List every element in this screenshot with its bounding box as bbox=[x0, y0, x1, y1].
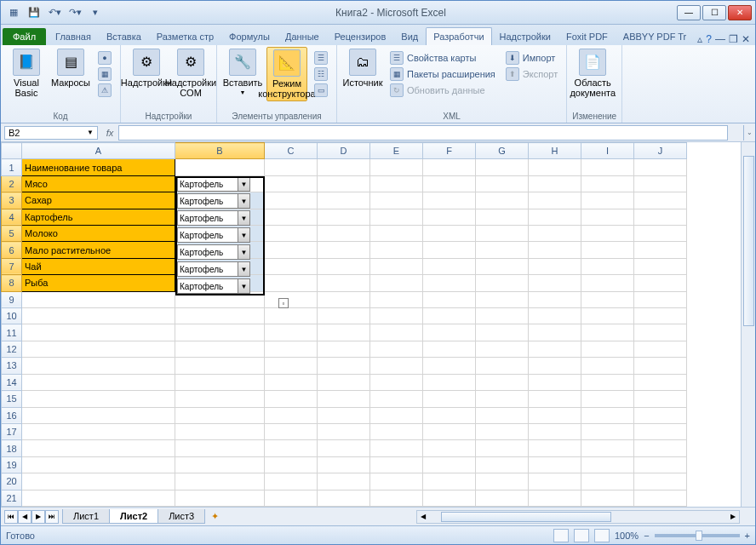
cell-D1[interactable] bbox=[318, 159, 370, 175]
cell-E21[interactable] bbox=[370, 490, 423, 506]
cell-J6[interactable] bbox=[634, 242, 687, 258]
formula-bar[interactable] bbox=[118, 125, 728, 141]
cell-B15[interactable] bbox=[175, 391, 265, 407]
cell-I3[interactable] bbox=[581, 192, 634, 209]
col-header-G[interactable]: G bbox=[476, 143, 529, 159]
dropdown-arrow-icon[interactable]: ▼ bbox=[238, 279, 249, 293]
cell-B19[interactable] bbox=[175, 456, 265, 473]
cell-D9[interactable] bbox=[318, 291, 370, 307]
ribbon-minimize-icon[interactable]: ▵ bbox=[697, 33, 702, 45]
cell-H13[interactable] bbox=[529, 358, 581, 374]
cell-A14[interactable] bbox=[22, 374, 175, 390]
cell-C7[interactable] bbox=[265, 258, 318, 274]
row-header-17[interactable]: 17 bbox=[2, 423, 22, 439]
col-header-D[interactable]: D bbox=[318, 143, 370, 159]
macro-security-button[interactable]: ⚠ bbox=[94, 83, 115, 98]
row-header-18[interactable]: 18 bbox=[2, 440, 22, 456]
cell-H20[interactable] bbox=[529, 473, 581, 490]
combobox-row-7[interactable]: Картофель▼ bbox=[177, 261, 250, 277]
visual-basic-button[interactable]: 📘Visual Basic bbox=[6, 47, 47, 100]
cell-G19[interactable] bbox=[476, 456, 529, 473]
close-button[interactable]: ✕ bbox=[728, 5, 752, 20]
cell-H14[interactable] bbox=[529, 374, 581, 390]
cell-J9[interactable] bbox=[634, 291, 687, 307]
cell-C2[interactable] bbox=[265, 175, 318, 192]
fill-handle-icon[interactable]: ▫ bbox=[278, 298, 289, 308]
cell-C1[interactable] bbox=[265, 159, 318, 175]
cell-E8[interactable] bbox=[370, 275, 423, 291]
cell-F12[interactable] bbox=[423, 341, 476, 357]
cell-C12[interactable] bbox=[265, 341, 318, 357]
cell-H2[interactable] bbox=[529, 175, 581, 192]
cell-J16[interactable] bbox=[634, 407, 687, 423]
cell-A18[interactable] bbox=[22, 440, 175, 456]
cell-H17[interactable] bbox=[529, 423, 581, 439]
run-dialog-button[interactable]: ▭ bbox=[311, 83, 331, 98]
dropdown-arrow-icon[interactable]: ▼ bbox=[238, 228, 249, 242]
cell-H4[interactable] bbox=[529, 209, 581, 225]
cell-G6[interactable] bbox=[476, 242, 529, 258]
cell-G3[interactable] bbox=[476, 192, 529, 209]
cell-J7[interactable] bbox=[634, 258, 687, 274]
com-addins-button[interactable]: ⚙Надстройки COM bbox=[170, 47, 211, 100]
cell-B18[interactable] bbox=[175, 440, 265, 456]
cell-D15[interactable] bbox=[318, 391, 370, 407]
cell-H6[interactable] bbox=[529, 242, 581, 258]
cell-E4[interactable] bbox=[370, 209, 423, 225]
cell-D6[interactable] bbox=[318, 242, 370, 258]
cell-B9[interactable] bbox=[175, 291, 265, 307]
ribbon-tab-9[interactable]: Foxit PDF bbox=[558, 27, 616, 45]
cell-I2[interactable] bbox=[581, 175, 634, 192]
ribbon-tab-3[interactable]: Формулы bbox=[221, 27, 278, 45]
cell-F11[interactable] bbox=[423, 324, 476, 341]
ribbon-tab-8[interactable]: Надстройки bbox=[492, 27, 558, 45]
view-code-button[interactable]: ☷ bbox=[311, 66, 331, 82]
cell-J4[interactable] bbox=[634, 209, 687, 225]
cell-A4[interactable]: Картофель bbox=[22, 209, 175, 225]
cell-E7[interactable] bbox=[370, 258, 423, 274]
dropdown-arrow-icon[interactable]: ▼ bbox=[238, 211, 249, 225]
sheet-nav-last-icon[interactable]: ⏭ bbox=[45, 510, 59, 524]
fx-icon[interactable]: fx bbox=[101, 128, 118, 138]
cell-B11[interactable] bbox=[175, 324, 265, 341]
row-header-3[interactable]: 3 bbox=[2, 192, 22, 209]
cell-J10[interactable] bbox=[634, 308, 687, 324]
cell-I1[interactable] bbox=[581, 159, 634, 175]
cell-A10[interactable] bbox=[22, 308, 175, 324]
cell-F7[interactable] bbox=[423, 258, 476, 274]
cell-F2[interactable] bbox=[423, 175, 476, 192]
cell-F21[interactable] bbox=[423, 490, 476, 506]
cell-F10[interactable] bbox=[423, 308, 476, 324]
use-relative-button[interactable]: ▦ bbox=[94, 66, 115, 82]
ribbon-tab-5[interactable]: Рецензиров bbox=[327, 27, 394, 45]
cell-G4[interactable] bbox=[476, 209, 529, 225]
col-header-J[interactable]: J bbox=[634, 143, 687, 159]
cell-H12[interactable] bbox=[529, 341, 581, 357]
cell-E15[interactable] bbox=[370, 391, 423, 407]
dropdown-arrow-icon[interactable]: ▼ bbox=[238, 194, 249, 208]
expansion-packs-button[interactable]: ▦Пакеты расширения bbox=[387, 66, 499, 82]
ribbon-tab-10[interactable]: ABBYY PDF Tr bbox=[616, 27, 694, 45]
row-header-21[interactable]: 21 bbox=[2, 490, 22, 506]
export-button[interactable]: ⬆Экспорт bbox=[502, 66, 561, 82]
row-header-1[interactable]: 1 bbox=[2, 159, 22, 175]
cell-E16[interactable] bbox=[370, 407, 423, 423]
cell-H1[interactable] bbox=[529, 159, 581, 175]
cell-D14[interactable] bbox=[318, 374, 370, 390]
cell-I13[interactable] bbox=[581, 358, 634, 374]
cell-H8[interactable] bbox=[529, 275, 581, 291]
cell-H10[interactable] bbox=[529, 308, 581, 324]
window-restore-icon[interactable]: ❐ bbox=[729, 33, 738, 45]
cell-C4[interactable] bbox=[265, 209, 318, 225]
row-header-19[interactable]: 19 bbox=[2, 456, 22, 473]
properties-button[interactable]: ☰ bbox=[311, 50, 331, 66]
cell-F19[interactable] bbox=[423, 456, 476, 473]
cell-B12[interactable] bbox=[175, 341, 265, 357]
cell-F17[interactable] bbox=[423, 423, 476, 439]
ribbon-tab-1[interactable]: Вставка bbox=[99, 27, 149, 45]
cell-J15[interactable] bbox=[634, 391, 687, 407]
redo-icon[interactable]: ↷▾ bbox=[66, 3, 84, 22]
cell-J5[interactable] bbox=[634, 226, 687, 242]
combobox-row-6[interactable]: Картофель▼ bbox=[177, 244, 250, 260]
cell-J17[interactable] bbox=[634, 423, 687, 439]
